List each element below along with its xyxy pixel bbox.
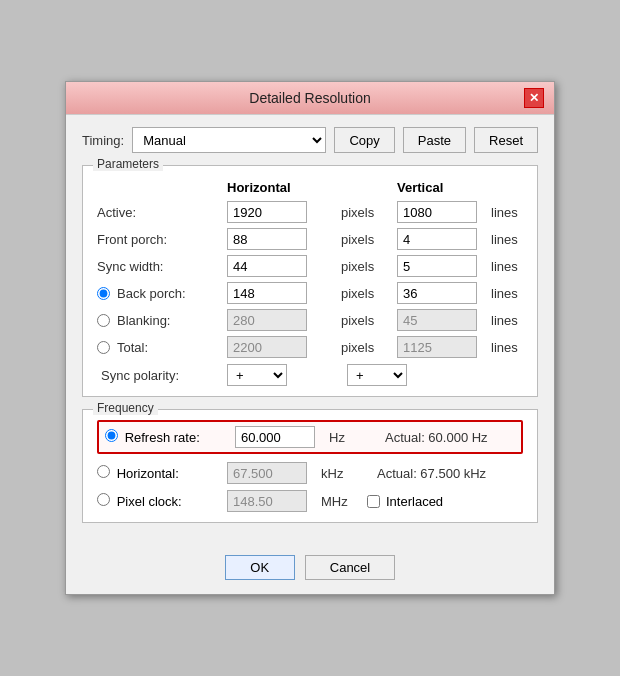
- blanking-radio[interactable]: [97, 314, 110, 327]
- dialog-footer: OK Cancel: [66, 547, 554, 594]
- params-header: Horizontal Vertical: [97, 176, 523, 195]
- blanking-v-unit: lines: [487, 313, 547, 328]
- dialog-title: Detailed Resolution: [96, 90, 524, 106]
- parameters-legend: Parameters: [93, 157, 163, 171]
- interlaced-label: Interlaced: [386, 494, 443, 509]
- parameters-section: Parameters Horizontal Vertical Active: p…: [82, 165, 538, 397]
- front-porch-h-input[interactable]: [227, 228, 307, 250]
- sync-width-v-unit: lines: [487, 259, 547, 274]
- refresh-rate-unit: Hz: [325, 430, 375, 445]
- blanking-v-input: [397, 309, 477, 331]
- back-porch-label: Back porch:: [97, 286, 227, 301]
- sync-polarity-row: Sync polarity: + - + -: [97, 364, 523, 386]
- pixel-clock-row: Pixel clock: MHz Interlaced: [97, 490, 523, 512]
- front-porch-v-unit: lines: [487, 232, 547, 247]
- cancel-button[interactable]: Cancel: [305, 555, 395, 580]
- total-radio[interactable]: [97, 341, 110, 354]
- frequency-legend: Frequency: [93, 401, 158, 415]
- active-h-unit: pixels: [337, 205, 397, 220]
- front-porch-label: Front porch:: [97, 232, 227, 247]
- blanking-h-unit: pixels: [337, 313, 397, 328]
- total-v-unit: lines: [487, 340, 547, 355]
- back-porch-h-input[interactable]: [227, 282, 307, 304]
- param-row-front-porch: Front porch: pixels lines: [97, 228, 523, 250]
- refresh-rate-actual: Actual: 60.000 Hz: [375, 430, 515, 445]
- sync-width-h-unit: pixels: [337, 259, 397, 274]
- reset-button[interactable]: Reset: [474, 127, 538, 153]
- refresh-rate-input[interactable]: [235, 426, 315, 448]
- param-row-back-porch: Back porch: pixels lines: [97, 282, 523, 304]
- pixel-clock-unit: MHz: [317, 494, 367, 509]
- sync-width-label: Sync width:: [97, 259, 227, 274]
- horizontal-freq-input: [227, 462, 307, 484]
- refresh-rate-label: Refresh rate:: [105, 429, 235, 445]
- close-button[interactable]: ✕: [524, 88, 544, 108]
- horizontal-header: Horizontal: [227, 180, 337, 195]
- sync-polarity-label: Sync polarity:: [97, 368, 227, 383]
- v-polarity-select[interactable]: + -: [347, 364, 407, 386]
- refresh-rate-row: Refresh rate: Hz Actual: 60.000 Hz: [97, 420, 523, 454]
- param-row-active: Active: pixels lines: [97, 201, 523, 223]
- h-polarity-select[interactable]: + -: [227, 364, 287, 386]
- paste-button[interactable]: Paste: [403, 127, 466, 153]
- timing-label: Timing:: [82, 133, 124, 148]
- interlaced-checkbox[interactable]: [367, 495, 380, 508]
- param-row-total: Total: pixels lines: [97, 336, 523, 358]
- refresh-rate-radio[interactable]: [105, 429, 118, 442]
- vertical-header: Vertical: [397, 180, 487, 195]
- active-label: Active:: [97, 205, 227, 220]
- total-label: Total:: [97, 340, 227, 355]
- pixel-clock-input: [227, 490, 307, 512]
- total-h-unit: pixels: [337, 340, 397, 355]
- dialog-window: Detailed Resolution ✕ Timing: Manual Aut…: [65, 81, 555, 595]
- title-bar: Detailed Resolution ✕: [66, 82, 554, 115]
- interlaced-container: Interlaced: [367, 494, 523, 509]
- pixel-clock-label: Pixel clock:: [97, 493, 227, 509]
- active-v-input[interactable]: [397, 201, 477, 223]
- horizontal-freq-label: Horizontal:: [97, 465, 227, 481]
- blanking-h-input: [227, 309, 307, 331]
- back-porch-v-unit: lines: [487, 286, 547, 301]
- param-row-sync-width: Sync width: pixels lines: [97, 255, 523, 277]
- polarity-selects: + - + -: [227, 364, 523, 386]
- back-porch-h-unit: pixels: [337, 286, 397, 301]
- active-v-unit: lines: [487, 205, 547, 220]
- sync-width-h-input[interactable]: [227, 255, 307, 277]
- total-h-input: [227, 336, 307, 358]
- frequency-section: Frequency Refresh rate: Hz Actual: 60.00…: [82, 409, 538, 523]
- back-porch-v-input[interactable]: [397, 282, 477, 304]
- ok-button[interactable]: OK: [225, 555, 295, 580]
- copy-button[interactable]: Copy: [334, 127, 394, 153]
- blanking-label: Blanking:: [97, 313, 227, 328]
- front-porch-v-input[interactable]: [397, 228, 477, 250]
- timing-select[interactable]: Manual Auto CVT GTF: [132, 127, 326, 153]
- back-porch-radio[interactable]: [97, 287, 110, 300]
- active-h-input[interactable]: [227, 201, 307, 223]
- timing-row: Timing: Manual Auto CVT GTF Copy Paste R…: [82, 127, 538, 153]
- total-v-input: [397, 336, 477, 358]
- dialog-body: Timing: Manual Auto CVT GTF Copy Paste R…: [66, 115, 554, 547]
- sync-width-v-input[interactable]: [397, 255, 477, 277]
- horizontal-freq-row: Horizontal: kHz Actual: 67.500 kHz: [97, 462, 523, 484]
- pixel-clock-radio[interactable]: [97, 493, 110, 506]
- param-row-blanking: Blanking: pixels lines: [97, 309, 523, 331]
- horizontal-freq-actual: Actual: 67.500 kHz: [367, 466, 523, 481]
- front-porch-h-unit: pixels: [337, 232, 397, 247]
- horizontal-freq-unit: kHz: [317, 466, 367, 481]
- horizontal-freq-radio[interactable]: [97, 465, 110, 478]
